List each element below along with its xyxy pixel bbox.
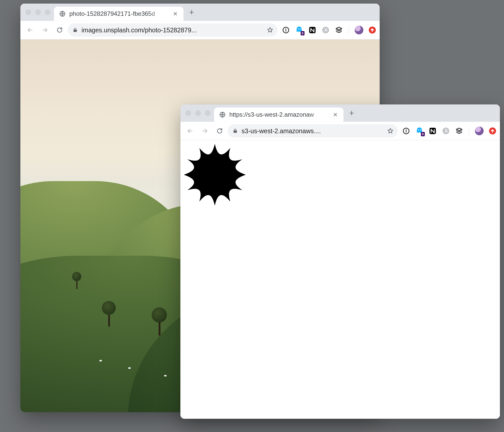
traffic-light-close[interactable] xyxy=(25,9,31,15)
toolbar-divider xyxy=(469,127,469,135)
tab-strip: photo-1528287942171-fbe365d xyxy=(20,4,380,21)
extension-ghost-icon[interactable]: 0 xyxy=(415,127,424,135)
extensions-row: 0 xyxy=(399,127,497,135)
extension-notion-icon[interactable] xyxy=(308,26,317,34)
back-button[interactable] xyxy=(183,124,197,138)
back-button[interactable] xyxy=(23,23,37,37)
traffic-light-minimize[interactable] xyxy=(195,110,201,116)
address-bar[interactable]: s3-us-west-2.amazonaws.... xyxy=(228,124,398,138)
svg-point-11 xyxy=(418,129,419,130)
toolbar: s3-us-west-2.amazonaws.... 0 xyxy=(180,122,500,140)
tab-title: photo-1528287942171-fbe365d xyxy=(69,10,168,17)
forward-button[interactable] xyxy=(198,124,211,138)
profile-avatar[interactable] xyxy=(475,127,484,135)
svg-rect-10 xyxy=(406,129,407,133)
traffic-light-zoom[interactable] xyxy=(45,9,50,15)
globe-icon xyxy=(59,10,66,17)
address-bar[interactable]: images.unsplash.com/photo-15282879... xyxy=(68,23,277,37)
svg-point-14 xyxy=(443,128,449,134)
window-controls xyxy=(23,9,53,15)
close-tab-icon[interactable] xyxy=(332,111,339,118)
tab-title: https://s3-us-west-2.amazonaw xyxy=(229,111,328,118)
extension-upload-icon[interactable] xyxy=(488,127,497,135)
extension-buffer-icon[interactable] xyxy=(335,26,343,34)
toolbar: images.unsplash.com/photo-15282879... 0 xyxy=(20,21,380,39)
tab-strip: https://s3-us-west-2.amazonaw xyxy=(180,104,500,122)
extension-info-icon[interactable] xyxy=(402,127,410,135)
window-controls xyxy=(183,110,213,116)
bookmark-star-icon[interactable] xyxy=(267,27,273,33)
svg-point-4 xyxy=(300,29,301,30)
extension-ghost-icon[interactable]: 0 xyxy=(295,26,303,34)
lock-icon xyxy=(232,128,238,134)
reload-button[interactable] xyxy=(213,124,226,138)
url-text: s3-us-west-2.amazonaws.... xyxy=(242,127,383,135)
forward-button[interactable] xyxy=(38,23,51,37)
traffic-light-close[interactable] xyxy=(185,110,191,116)
url-text: images.unsplash.com/photo-15282879... xyxy=(82,26,263,34)
traffic-light-zoom[interactable] xyxy=(205,110,210,116)
extension-notion-icon[interactable] xyxy=(428,127,437,135)
browser-tab[interactable]: https://s3-us-west-2.amazonaw xyxy=(214,107,343,122)
new-tab-button[interactable] xyxy=(346,107,357,119)
extension-refresh-icon[interactable] xyxy=(321,26,330,34)
extension-badge: 0 xyxy=(301,31,304,35)
svg-rect-2 xyxy=(286,29,286,32)
svg-point-6 xyxy=(323,27,329,33)
profile-avatar[interactable] xyxy=(355,26,363,34)
browser-tab[interactable]: photo-1528287942171-fbe365d xyxy=(54,7,183,21)
sun-starburst-svg xyxy=(180,140,249,209)
close-tab-icon[interactable] xyxy=(172,10,179,17)
extension-info-icon[interactable] xyxy=(282,26,290,34)
svg-point-3 xyxy=(298,29,299,30)
extension-upload-icon[interactable] xyxy=(368,26,377,34)
extension-refresh-icon[interactable] xyxy=(442,127,450,135)
toolbar-divider xyxy=(349,26,349,34)
bookmark-star-icon[interactable] xyxy=(387,128,394,134)
new-tab-button[interactable] xyxy=(186,7,197,18)
page-viewport xyxy=(180,140,500,419)
reload-button[interactable] xyxy=(53,23,66,37)
traffic-light-minimize[interactable] xyxy=(35,9,41,15)
browser-window-s3: https://s3-us-west-2.amazonaw s3-us-west… xyxy=(180,104,500,419)
globe-icon xyxy=(219,111,226,118)
svg-point-12 xyxy=(420,129,421,130)
extension-buffer-icon[interactable] xyxy=(455,127,463,135)
lock-icon xyxy=(72,27,78,33)
extension-badge: 0 xyxy=(421,132,425,136)
extensions-row: 0 xyxy=(279,26,377,34)
